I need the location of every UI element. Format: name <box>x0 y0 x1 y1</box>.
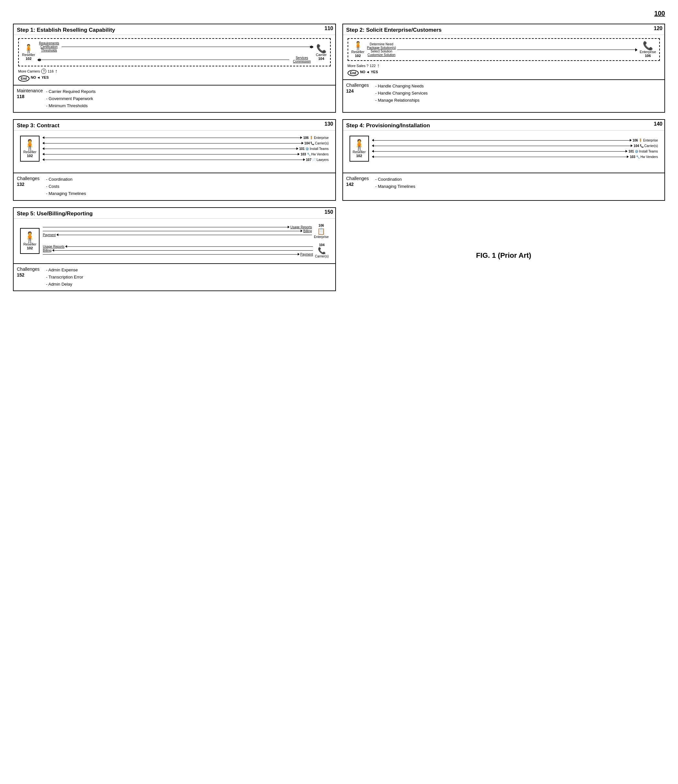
step2-box: 120 Step 2: Solicit Enterprise/Customers… <box>342 23 666 113</box>
step1-maint-list: - Carrier Required Reports - Government … <box>43 88 332 109</box>
step1-reseller: 🧍 Reseller 102 <box>22 44 35 61</box>
step3-challenges: Challenges 132 - Coordination - Costs - … <box>14 173 335 200</box>
step2-more-sales: More Sales ? 122 ↑ <box>348 63 660 68</box>
step2-reseller: 🧍 Reseller 102 <box>351 42 365 58</box>
step2-title: Step 2: Solicit Enterprise/Customers <box>343 24 665 35</box>
fig-caption: FIG. 1 (Prior Art) <box>470 245 538 266</box>
step4-number: 140 <box>654 121 662 127</box>
step2-diagram: 🧍 Reseller 102 Determine Need Package So… <box>343 35 665 79</box>
step1-carrier: 📞 Carrier 104 <box>316 44 327 61</box>
step3-diagram: 🧍 Reseller 102 106 🧍 <box>14 131 335 173</box>
step1-box: 110 Step 1: Establish Reselling Capabili… <box>13 23 336 113</box>
step2-challenges-list: - Handle Changing Needs - Handle Changin… <box>372 82 661 104</box>
step4-challenges: Challenges 142 - Coordination - Managing… <box>343 173 665 193</box>
step5-challenges-list: - Admin Expense - Transcription Error - … <box>43 266 332 288</box>
step4-diagram: 🧍 Reseller 102 106 🧍 <box>343 131 665 173</box>
step1-loop: End NO ◄ YES <box>18 75 331 82</box>
step1-number: 110 <box>324 26 334 31</box>
step1-diagram: 🧍 Reseller 102 Requirements Certificatio… <box>14 35 335 85</box>
step1-title: Step 1: Establish Reselling Capability <box>14 24 335 35</box>
step3-number: 130 <box>324 121 334 127</box>
step2-enterprise: 📞 Enterprise 106 <box>640 42 656 58</box>
step5-number: 150 <box>324 209 334 215</box>
step4-box: 140 Step 4: Provisioning/Installation 🧍 … <box>342 119 666 201</box>
step3-challenges-list: - Coordination - Costs - Managing Timeli… <box>43 176 332 197</box>
step1-more-carriers: More Carriers ? 116 ↑ <box>18 68 331 74</box>
step5-diagram: 🧍 Reseller 102 Usa <box>14 219 335 263</box>
step3-reseller: 🧍 Reseller 102 <box>23 140 36 158</box>
step4-reseller: 🧍 Reseller 102 <box>353 140 366 158</box>
step5-reseller: 🧍 Reseller 102 <box>23 232 36 250</box>
fig-caption-col: FIG. 1 (Prior Art) <box>342 207 666 291</box>
step4-title: Step 4: Provisioning/Installation <box>343 120 665 131</box>
step3-title: Step 3: Contract <box>14 120 335 131</box>
step3-box: 130 Step 3: Contract 🧍 Reseller 102 <box>13 119 336 201</box>
step2-loop: End NO ◄ YES <box>348 70 660 76</box>
step5-challenges: Challenges 152 - Admin Expense - Transcr… <box>14 263 335 291</box>
step2-challenges: Challenges 124 - Handle Changing Needs -… <box>343 79 665 107</box>
step2-number: 120 <box>654 26 662 31</box>
step5-title: Step 5: Use/Billing/Reporting <box>14 208 335 219</box>
step1-maintenance: Maintenance 118 - Carrier Required Repor… <box>14 85 335 112</box>
step5-box: 150 Step 5: Use/Billing/Reporting 🧍 Rese… <box>13 207 336 291</box>
step4-challenges-list: - Coordination - Managing Timelines <box>372 176 661 190</box>
page-title: 100 <box>13 10 665 17</box>
